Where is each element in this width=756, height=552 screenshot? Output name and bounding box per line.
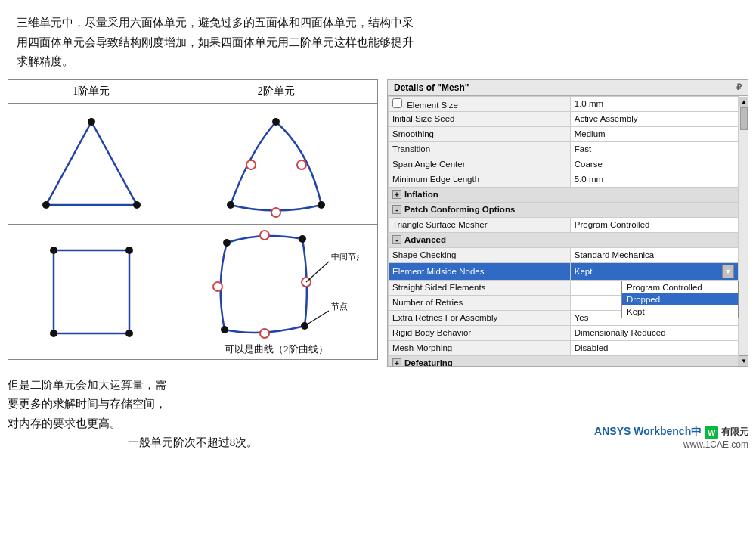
svg-point-8 — [271, 208, 280, 217]
section-label-7: Patch Conforming Options — [404, 205, 515, 214]
section-label-9: Advanced — [404, 235, 446, 244]
main-content: 1阶单元 2阶单元 — [0, 79, 756, 367]
properties-table: Element Size1.0 mmInitial Size SeedActiv… — [388, 96, 739, 367]
dropdown-arrow-11[interactable]: ▼ — [722, 265, 734, 278]
prop-row-1[interactable]: Initial Size SeedActive Assembly — [389, 111, 739, 126]
expand-icon-9[interactable]: - — [392, 235, 401, 244]
prop-key-2: Smoothing — [389, 126, 571, 141]
prop-key-11: Element Midside Nodes — [389, 262, 571, 280]
svg-point-7 — [246, 160, 256, 169]
svg-point-1 — [88, 118, 95, 126]
col1-header: 1阶单元 — [8, 79, 175, 103]
svg-point-15 — [223, 239, 231, 247]
wechat-icon: W — [705, 426, 718, 439]
prop-key-10: Shape Checking — [389, 247, 571, 262]
prop-key-13: Number of Retries — [389, 295, 571, 310]
curve-label: 可以是曲线（2阶曲线） — [177, 343, 376, 356]
top-line3: 求解精度。 — [17, 55, 73, 67]
first-order-triangle-cell — [8, 103, 175, 224]
prop-row-5[interactable]: Minimum Edge Length5.0 mm — [389, 172, 739, 187]
svg-point-3 — [133, 201, 141, 209]
scroll-arrow-down[interactable]: ▼ — [739, 355, 748, 366]
svg-point-11 — [50, 247, 57, 254]
col2-header: 2阶单元 — [175, 79, 377, 103]
scroll-thumb[interactable] — [740, 107, 748, 130]
svg-marker-0 — [46, 122, 137, 205]
svg-point-21 — [260, 329, 269, 338]
prop-key-3: Transition — [389, 141, 571, 157]
svg-point-18 — [221, 326, 228, 333]
prop-row-6[interactable]: +Inflation — [389, 187, 739, 202]
bottom-line2: 要更多的求解时间与存储空间， — [8, 395, 378, 414]
svg-point-6 — [318, 201, 325, 209]
prop-value-8: Program Controlled — [570, 217, 738, 232]
prop-row-2[interactable]: SmoothingMedium — [389, 126, 739, 141]
prop-row-9[interactable]: -Advanced — [389, 232, 739, 247]
bottom-line3: 对内存的要求也更高。 — [8, 414, 378, 434]
section-label-17: Defeaturing — [404, 358, 453, 367]
prop-key-12: Straight Sided Elements — [389, 280, 571, 295]
prop-row-10[interactable]: Shape CheckingStandard Mechanical — [389, 247, 739, 262]
prop-row-3[interactable]: TransitionFast — [389, 141, 739, 157]
footer: ANSYS Workbench中 W 有限元 www.1CAE.com — [387, 376, 748, 453]
expand-icon-7[interactable]: - — [392, 205, 401, 214]
prop-value-15: Dimensionally Reduced — [570, 325, 738, 340]
element-size-checkbox[interactable] — [392, 98, 402, 108]
prop-key-5: Minimum Edge Length — [389, 172, 571, 187]
prop-row-17[interactable]: +Defeaturing — [389, 355, 739, 367]
svg-text:节点: 节点 — [331, 302, 348, 311]
svg-point-14 — [50, 330, 57, 337]
svg-point-4 — [272, 118, 280, 126]
top-description: 三维单元中，尽量采用六面体单元，避免过多的五面体和四面体单元，结构中采 用四面体… — [0, 0, 756, 79]
footer-main: ANSYS Workbench中 W 有限元 — [594, 425, 748, 439]
dropdown-item-program-controlled[interactable]: Program Controlled — [622, 281, 738, 293]
top-line1: 三维单元中，尽量采用六面体单元，避免过多的五面体和四面体单元，结构中采 — [17, 17, 414, 29]
svg-point-5 — [227, 201, 234, 209]
section-label-6: Inflation — [404, 190, 438, 199]
bottom-area: 但是二阶单元会加大运算量，需 要更多的求解时间与存储空间， 对内存的要求也更高。… — [0, 370, 756, 453]
prop-row-0[interactable]: Element Size1.0 mm — [389, 96, 739, 111]
expand-icon-6[interactable]: + — [392, 190, 401, 199]
section-header-6[interactable]: +Inflation — [389, 187, 739, 202]
prop-value-text-11: Kept — [575, 267, 593, 276]
panel-title-bar: Details of "Mesh" ₽ — [388, 80, 748, 96]
prop-key-8: Triangle Surface Mesher — [389, 217, 571, 232]
prop-key-16: Mesh Morphing — [389, 340, 571, 355]
panel-title-text: Details of "Mesh" — [394, 82, 469, 93]
bottom-left-text: 但是二阶单元会加大运算量，需 要更多的求解时间与存储空间， 对内存的要求也更高。… — [8, 376, 378, 453]
prop-value-2: Medium — [570, 126, 738, 141]
prop-row-4[interactable]: Span Angle CenterCoarse — [389, 157, 739, 172]
section-header-7[interactable]: -Patch Conforming Options — [389, 202, 739, 217]
svg-line-25 — [305, 311, 329, 326]
top-line2: 用四面体单元会导致结构刚度增加，如果四面体单元用二阶单元这样也能够提升 — [17, 36, 414, 48]
diagram-panel: 1阶单元 2阶单元 — [8, 79, 378, 367]
element-diagram-table: 1阶单元 2阶单元 — [8, 79, 378, 360]
scrollbar[interactable]: ▲ ▼ — [739, 97, 748, 366]
first-order-quad-cell — [8, 224, 175, 359]
prop-key-14: Extra Retries For Assembly — [389, 310, 571, 325]
scroll-arrow-up[interactable]: ▲ — [739, 97, 748, 107]
svg-point-19 — [260, 231, 269, 240]
dropdown-item-kept[interactable]: Kept — [622, 305, 738, 318]
prop-value-4: Coarse — [570, 157, 738, 172]
prop-value-11[interactable]: Kept▼ — [570, 262, 738, 280]
dropdown-menu[interactable]: Program Controlled Dropped Kept — [621, 281, 739, 318]
section-header-17[interactable]: +Defeaturing — [389, 355, 739, 367]
prop-row-16[interactable]: Mesh MorphingDisabled — [389, 340, 739, 355]
dropdown-item-dropped[interactable]: Dropped — [622, 293, 738, 305]
svg-point-13 — [125, 330, 133, 337]
prop-row-15[interactable]: Rigid Body BehaviorDimensionally Reduced — [389, 325, 739, 340]
expand-icon-17[interactable]: + — [392, 358, 401, 367]
svg-line-23 — [306, 262, 329, 282]
bottom-line4: 一般单元阶次不超过8次。 — [8, 433, 378, 453]
prop-key-4: Span Angle Center — [389, 157, 571, 172]
prop-row-7[interactable]: -Patch Conforming Options — [389, 202, 739, 217]
svg-point-2 — [42, 201, 50, 209]
bottom-line1: 但是二阶单元会加大运算量，需 — [8, 376, 378, 395]
prop-key-text-0: Element Size — [407, 101, 458, 110]
mesh-properties-panel: Details of "Mesh" ₽ Element Size1.0 mmIn… — [387, 79, 748, 367]
svg-point-9 — [297, 160, 306, 169]
section-header-9[interactable]: -Advanced — [389, 232, 739, 247]
prop-row-11[interactable]: Element Midside NodesKept▼ — [389, 262, 739, 280]
prop-row-8[interactable]: Triangle Surface MesherProgram Controlle… — [389, 217, 739, 232]
